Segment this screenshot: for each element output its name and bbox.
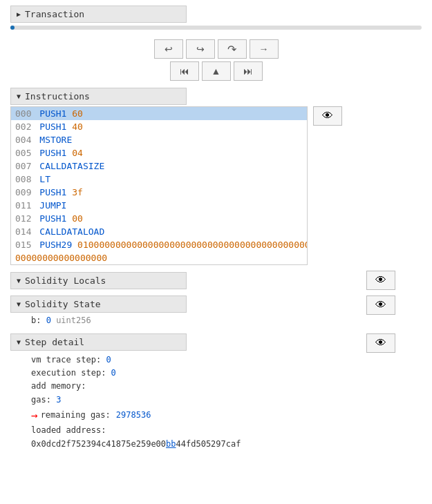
vm-trace-step-row: vm trace step: 0 xyxy=(31,353,176,367)
nav-buttons-container: ↩ ↪ ↷ → ⏮ ▲ ⏭ xyxy=(0,35,432,88)
nav-up-button[interactable]: ▲ xyxy=(202,61,231,81)
instruction-item-3[interactable]: 005 PUSH1 04 xyxy=(11,146,307,159)
remaining-gas-value: 2978536 xyxy=(116,409,151,422)
transaction-arrow: ▶ xyxy=(17,10,21,18)
solidity-locals-label: Solidity Locals xyxy=(25,275,106,286)
instruction-item-2[interactable]: 004 MSTORE xyxy=(11,133,307,146)
remaining-gas-label: remaining gas: xyxy=(41,409,111,422)
nav-forward-button[interactable]: → xyxy=(250,39,279,59)
instruction-item-10b[interactable]: 00000000000000000 xyxy=(11,251,307,264)
solidity-locals-header[interactable]: ▼ Solidity Locals xyxy=(10,272,187,289)
instruction-item-8[interactable]: 012 PUSH1 00 xyxy=(11,212,307,225)
solidity-locals-row: ▼ Solidity Locals 👁 xyxy=(0,265,432,293)
instruction-item-4[interactable]: 007 CALLDATASIZE xyxy=(11,159,307,173)
instruction-item-6[interactable]: 009 PUSH1 3f xyxy=(11,186,307,199)
remaining-gas-arrow: → xyxy=(31,407,38,425)
gas-label: gas: xyxy=(31,395,51,405)
nav-row-2: ⏮ ▲ ⏭ xyxy=(170,61,263,81)
solidity-state-header[interactable]: ▼ Solidity State xyxy=(10,295,187,313)
execution-step-label: execution step: xyxy=(31,368,106,378)
instruction-item-1[interactable]: 002 PUSH1 40 xyxy=(11,120,307,133)
address-prefix: 0x0dcd2f752394c41875e259e00 xyxy=(31,439,166,449)
address-highlight: bb xyxy=(166,439,176,449)
nav-step-into-button[interactable]: ↪ xyxy=(186,39,215,59)
instruction-item-10[interactable]: 015 PUSH29 01000000000000000000000000000… xyxy=(11,238,307,251)
address-suffix: 44fd505297caf xyxy=(176,439,241,449)
solidity-locals-arrow: ▼ xyxy=(17,277,21,284)
instruction-item-5[interactable]: 008 LT xyxy=(11,173,307,186)
instruction-item-7[interactable]: 011 JUMPI xyxy=(11,199,307,212)
step-detail-arrow: ▼ xyxy=(17,338,21,346)
nav-row-1: ↩ ↪ ↷ → xyxy=(154,39,279,59)
instructions-list[interactable]: 000 PUSH1 60 002 PUSH1 40 004 MSTORE 005… xyxy=(10,106,308,265)
solidity-locals-eye-button[interactable]: 👁 xyxy=(366,271,395,290)
instructions-header[interactable]: ▼ Instructions xyxy=(10,88,187,105)
solidity-state-row: ▼ Solidity State b: 0 uint256 👁 xyxy=(0,293,432,331)
nav-first-button[interactable]: ⏮ xyxy=(170,61,199,81)
inst-offset-0: 000 xyxy=(15,108,31,119)
loaded-address-row: loaded address: 0x0dcd2f752394c41875e259… xyxy=(31,424,176,450)
execution-step-value: 0 xyxy=(111,368,116,378)
loaded-address-label: loaded address: xyxy=(31,425,106,435)
progress-track xyxy=(10,26,422,30)
step-detail-eye-button[interactable]: 👁 xyxy=(366,333,395,353)
step-detail-label: Step detail xyxy=(25,337,84,347)
instructions-arrow: ▼ xyxy=(17,93,21,100)
step-detail-row: ▼ Step detail vm trace step: 0 execution… xyxy=(0,331,432,456)
solidity-state-arrow: ▼ xyxy=(17,300,21,308)
inst-op-0: PUSH1 xyxy=(39,108,66,119)
solidity-state-eye-button[interactable]: 👁 xyxy=(366,295,395,315)
state-var-name: b: xyxy=(31,316,46,325)
step-detail-content: vm trace step: 0 execution step: 0 add m… xyxy=(10,351,187,454)
progress-fill xyxy=(10,26,15,30)
instruction-item-0[interactable]: 000 PUSH1 60 xyxy=(11,107,307,120)
transaction-header[interactable]: ▶ Transaction xyxy=(10,6,187,23)
transaction-label: Transaction xyxy=(25,9,84,19)
step-detail-header[interactable]: ▼ Step detail xyxy=(10,333,187,351)
remaining-gas-row: → remaining gas: 2978536 xyxy=(31,407,176,425)
add-memory-label: add memory: xyxy=(31,381,86,391)
instructions-section: ▼ Instructions 000 PUSH1 60 002 PUSH1 40… xyxy=(0,88,432,265)
execution-step-row: execution step: 0 xyxy=(31,367,176,380)
vm-trace-label: vm trace step: xyxy=(31,355,101,365)
gas-row: gas: 3 xyxy=(31,394,176,407)
vm-trace-value: 0 xyxy=(106,355,111,365)
nav-last-button[interactable]: ⏭ xyxy=(234,61,263,81)
instruction-item-11[interactable]: 045 SWAP1 xyxy=(11,264,307,265)
gas-value: 3 xyxy=(56,395,61,405)
instructions-label: Instructions xyxy=(25,91,90,101)
state-var-type: uint256 xyxy=(56,316,91,325)
nav-back-button[interactable]: ↩ xyxy=(154,39,183,59)
instructions-eye-button[interactable]: 👁 xyxy=(313,106,342,126)
state-var-value: 0 xyxy=(46,316,56,325)
add-memory-row: add memory: xyxy=(31,380,176,393)
solidity-state-label: Solidity State xyxy=(25,299,101,309)
instruction-item-9[interactable]: 014 CALLDATALOAD xyxy=(11,225,307,238)
solidity-state-content: b: 0 uint256 xyxy=(10,313,187,328)
nav-step-over-button[interactable]: ↷ xyxy=(218,39,247,59)
inst-arg-0: 60 xyxy=(72,108,83,119)
